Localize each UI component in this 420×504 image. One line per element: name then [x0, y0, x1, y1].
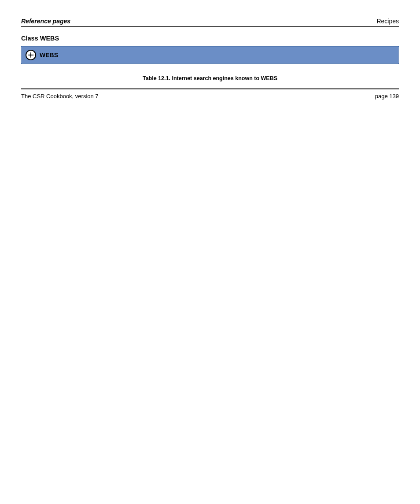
class-card-header: WEBS	[22, 47, 398, 63]
footer-left: The CSR Cookbook, version 7	[21, 93, 99, 99]
globe-icon	[26, 50, 36, 60]
divider	[21, 26, 399, 27]
section-label: Recipes	[376, 18, 399, 25]
section-heading: Class WEBS	[21, 35, 399, 42]
table-caption: Table 12.1. Internet search engines know…	[21, 75, 399, 81]
class-card: WEBS	[21, 46, 399, 64]
class-title: WEBS	[40, 52, 58, 59]
footer-right: page 139	[375, 93, 399, 99]
breadcrumb: Reference pages	[21, 18, 70, 25]
divider	[21, 88, 399, 89]
